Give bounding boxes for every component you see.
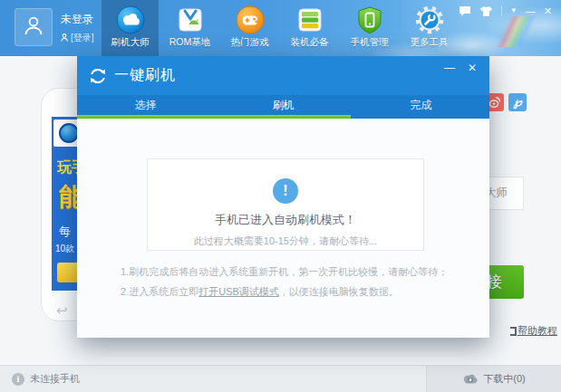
phone-back-arrow-icon: ↩ [56, 302, 68, 319]
app-window: 未登录 [登录] [0, 0, 561, 392]
dialog-title: 一键刷机 [114, 66, 176, 85]
usb-debug-link[interactable]: 打开USB调试模式 [198, 286, 279, 297]
alert-exclamation-icon: ! [273, 178, 298, 204]
feedback-chat-icon[interactable] [459, 5, 471, 17]
status-subtitle: 此过程大概需要10-15分钟，请耐心等待... [148, 234, 423, 248]
login-link[interactable]: [登录] [61, 32, 94, 44]
download-manager-button[interactable]: 下载中(0) [426, 366, 561, 392]
close-button[interactable]: ✕ [544, 5, 552, 17]
connection-status: i 未连接手机 [12, 366, 80, 392]
banner-text-4: 10款 [55, 243, 74, 255]
nav-item-more-tools[interactable]: 更多工具 [401, 0, 458, 56]
social-share-icons: ℘ [486, 93, 527, 111]
flash-notes: 1.刷机完成后将自动进入系统重新开机，第一次开机比较慢，请耐心等待； 2.进入系… [121, 262, 448, 301]
login-status-text: 未登录 [61, 12, 94, 27]
note-line-1: 1.刷机完成后将自动进入系统重新开机，第一次开机比较慢，请耐心等待； [121, 262, 448, 282]
tab-flash[interactable]: 刷机 [215, 95, 353, 115]
download-status-text: 下载中(0) [483, 372, 525, 386]
nav-item-phone-manager[interactable]: 手机管理 [341, 0, 398, 56]
flash-status-box: ! 手机已进入自动刷机模式！ 此过程大概需要10-15分钟，请耐心等待... [147, 158, 424, 251]
download-cloud-icon [462, 373, 478, 386]
refresh-sync-icon [88, 66, 108, 86]
dialog-header: 一键刷机 — ✕ [77, 56, 489, 95]
more-tools-icon [415, 5, 444, 34]
window-controls: ▼ — ✕ [459, 5, 552, 17]
cloud-icon [116, 5, 145, 34]
nav-item-rom-base[interactable]: ROM基地 [161, 0, 218, 56]
info-icon: i [12, 373, 24, 386]
dialog-body: ! 手机已进入自动刷机模式！ 此过程大概需要10-15分钟，请耐心等待... 1… [77, 119, 489, 338]
rainbow-decoration [489, 16, 544, 47]
note-line-2: 2.进入系统后立即打开USB调试模式，以便连接电脑恢复数据。 [121, 282, 448, 301]
games-icon [236, 5, 265, 34]
one-click-flash-dialog: 一键刷机 — ✕ 选择 刷机 完成 ! 手机已进入自动刷机模式！ 此过程大概需要… [77, 56, 489, 338]
minimize-button[interactable]: — [526, 5, 536, 17]
flash-master-logo-icon [59, 123, 79, 143]
user-icon [22, 14, 45, 41]
connection-status-text: 未连接手机 [30, 372, 80, 386]
tencent-share-icon[interactable]: ℘ [508, 93, 527, 111]
dialog-step-tabs: 选择 刷机 完成 [77, 95, 489, 115]
tab-select[interactable]: 选择 [77, 95, 215, 115]
login-person-icon [61, 33, 68, 43]
nav-item-essential-apps[interactable]: 装机必备 [281, 0, 338, 56]
phone-manager-icon [355, 5, 384, 34]
avatar[interactable] [15, 8, 53, 46]
topbar: 未登录 [登录] [0, 0, 561, 56]
banner-text-3: 每 [59, 224, 71, 240]
skin-shirt-icon[interactable] [479, 5, 493, 17]
tab-finish[interactable]: 完成 [352, 95, 489, 115]
rom-store-icon [176, 5, 205, 34]
status-title: 手机已进入自动刷机模式！ [148, 212, 423, 228]
help-tutorial-link[interactable]: 帮助教程 [510, 324, 557, 338]
nav-item-flash-master[interactable]: 刷机大师 [102, 0, 159, 56]
divider [501, 5, 502, 16]
main-nav: 刷机大师 ROM基地 [102, 0, 458, 56]
statusbar: i 未连接手机 下载中(0) [0, 365, 561, 392]
nav-item-hot-games[interactable]: 热门游戏 [221, 0, 278, 56]
clipped-glyph-fragment [510, 327, 517, 336]
user-area[interactable]: 未登录 [登录] [15, 8, 94, 46]
dialog-minimize-button[interactable]: — [444, 62, 455, 73]
essential-apps-icon [295, 5, 324, 34]
dialog-close-button[interactable]: ✕ [468, 62, 477, 73]
menu-dropdown-icon[interactable]: ▼ [510, 5, 517, 17]
